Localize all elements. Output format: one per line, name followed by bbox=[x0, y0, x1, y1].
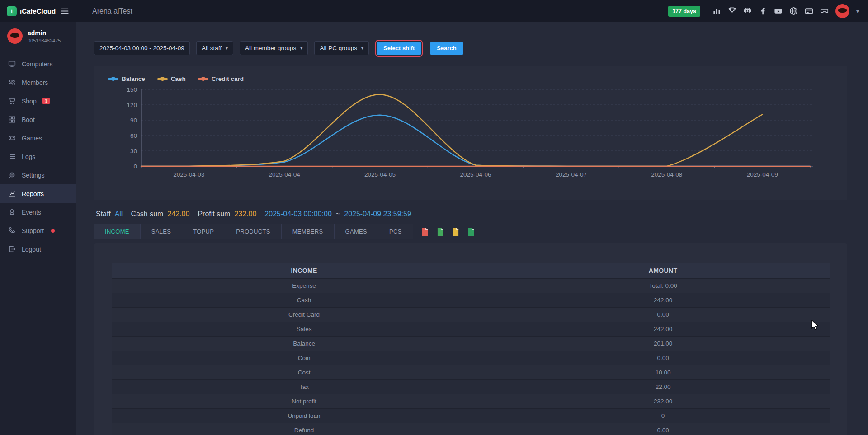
tab-products[interactable]: PRODUCTS bbox=[225, 224, 281, 239]
discord-icon[interactable] bbox=[743, 7, 752, 15]
table-row: Coin0.00 bbox=[112, 351, 830, 365]
tab-income[interactable]: INCOME bbox=[94, 224, 141, 239]
billing-icon[interactable] bbox=[805, 7, 813, 15]
pc-groups-select-value: All PC groups bbox=[320, 45, 357, 51]
sidebar-item-reports[interactable]: Reports bbox=[0, 184, 76, 203]
svg-text:150: 150 bbox=[127, 86, 137, 93]
license-days-badge[interactable]: 177 days bbox=[668, 6, 700, 17]
file-csv-icon[interactable] bbox=[436, 227, 444, 236]
table-row: Refund0.00 bbox=[112, 423, 830, 435]
menu-icon[interactable] bbox=[61, 7, 69, 15]
chevron-down-icon: ▾ bbox=[226, 46, 228, 51]
logout-icon bbox=[8, 245, 16, 253]
summary-date-from: 2025-04-03 00:00:00 bbox=[264, 210, 332, 218]
table-cell: 0.00 bbox=[496, 351, 830, 365]
staff-label: Staff bbox=[96, 210, 111, 218]
table-cell: Cash bbox=[112, 293, 496, 307]
table-cell: 242.00 bbox=[496, 322, 830, 336]
search-button[interactable]: Search bbox=[430, 42, 462, 55]
brand-area: i iCafeCloud bbox=[0, 6, 76, 16]
legend-item[interactable]: Cash bbox=[157, 75, 186, 82]
sidebar-item-label: Members bbox=[22, 79, 48, 86]
staff-select[interactable]: All staff ▾ bbox=[196, 41, 233, 55]
sidebar-item-settings[interactable]: Settings bbox=[0, 166, 76, 184]
sidebar-user[interactable]: admin 005193482475 bbox=[0, 28, 76, 44]
sidebar-item-label: Shop bbox=[22, 98, 37, 105]
table-cell: Sales bbox=[112, 322, 496, 336]
legend-item[interactable]: Balance bbox=[108, 75, 145, 82]
sidebar-item-label: Events bbox=[22, 209, 41, 216]
sidebar: admin 005193482475 ComputersMembersShop1… bbox=[0, 22, 76, 435]
select-shift-button[interactable]: Select shift bbox=[377, 42, 421, 55]
sidebar-item-label: Logs bbox=[22, 153, 35, 160]
vr-icon[interactable] bbox=[820, 7, 829, 15]
legend-item[interactable]: Credit card bbox=[198, 75, 244, 82]
table-row: Tax22.00 bbox=[112, 379, 830, 394]
income-table: INCOMEAMOUNT ExpenseTotal: 0.00Cash242.0… bbox=[112, 263, 830, 435]
avatar[interactable] bbox=[835, 4, 849, 18]
gear-icon bbox=[8, 171, 16, 179]
staff-select-value: All staff bbox=[202, 45, 222, 51]
svg-text:0: 0 bbox=[133, 163, 137, 170]
svg-text:2025-04-07: 2025-04-07 bbox=[556, 171, 587, 178]
table-cell: 22.00 bbox=[496, 379, 830, 394]
sidebar-item-computers[interactable]: Computers bbox=[0, 55, 76, 73]
sidebar-item-boot[interactable]: Boot bbox=[0, 110, 76, 129]
youtube-icon[interactable] bbox=[774, 7, 783, 15]
file-xls-icon[interactable] bbox=[452, 227, 460, 236]
stats-icon[interactable] bbox=[712, 7, 721, 15]
table-cell: Unpaid loan bbox=[112, 408, 496, 423]
table-row: ExpenseTotal: 0.00 bbox=[112, 278, 830, 293]
staff-value[interactable]: All bbox=[115, 210, 123, 218]
table-cell: Expense bbox=[112, 278, 496, 293]
table-row: Sales242.00 bbox=[112, 322, 830, 336]
sidebar-item-logout[interactable]: Logout bbox=[0, 240, 76, 258]
app-logo[interactable]: i iCafeCloud bbox=[7, 6, 56, 16]
sidebar-item-shop[interactable]: Shop1 bbox=[0, 92, 76, 110]
trophy-icon[interactable] bbox=[728, 7, 736, 15]
sidebar-item-games[interactable]: Games bbox=[0, 129, 76, 147]
table-cell: 242.00 bbox=[496, 293, 830, 307]
tab-members[interactable]: MEMBERS bbox=[282, 224, 335, 239]
sidebar-item-label: Boot bbox=[22, 116, 35, 123]
tilde: ~ bbox=[336, 210, 340, 218]
table-header-row: INCOMEAMOUNT bbox=[112, 263, 830, 278]
svg-text:2025-04-05: 2025-04-05 bbox=[364, 171, 396, 178]
medal-icon bbox=[8, 208, 16, 216]
file-pdf-icon[interactable] bbox=[421, 227, 429, 236]
user-id: 005193482475 bbox=[28, 38, 61, 43]
report-tabs-list: INCOMESALESTOPUPPRODUCTSMEMBERSGAMESPCS bbox=[94, 224, 413, 239]
monitor-icon bbox=[8, 60, 16, 68]
chart-card: BalanceCashCredit card 03060901201502025… bbox=[94, 66, 847, 200]
table-cell: 0.00 bbox=[496, 423, 830, 435]
svg-text:120: 120 bbox=[127, 102, 137, 108]
tab-pcs[interactable]: PCS bbox=[378, 224, 413, 239]
sidebar-item-events[interactable]: Events bbox=[0, 203, 76, 221]
tab-topup[interactable]: TOPUP bbox=[182, 224, 225, 239]
sidebar-item-support[interactable]: Support bbox=[0, 221, 76, 240]
globe-icon[interactable] bbox=[789, 7, 798, 15]
chevron-down-icon[interactable]: ▾ bbox=[856, 8, 859, 14]
sidebar-item-members[interactable]: Members bbox=[0, 73, 76, 92]
header-right: 177 days ▾ bbox=[668, 4, 859, 18]
export-icons bbox=[421, 227, 475, 236]
column-header: INCOME bbox=[112, 263, 496, 278]
table-cell: 201.00 bbox=[496, 336, 830, 351]
summary-bar: Staff All Cash sum 242.00 Profit sum 232… bbox=[94, 210, 847, 218]
report-tabs: INCOMESALESTOPUPPRODUCTSMEMBERSGAMESPCS bbox=[94, 224, 847, 239]
tab-games[interactable]: GAMES bbox=[335, 224, 378, 239]
sidebar-item-logs[interactable]: Logs bbox=[0, 147, 76, 166]
sidebar-item-label: Support bbox=[22, 227, 44, 234]
table-cell: 232.00 bbox=[496, 394, 830, 408]
chart-icon bbox=[8, 190, 16, 197]
user-avatar bbox=[7, 28, 23, 44]
file-xlsx-icon[interactable] bbox=[467, 227, 475, 236]
tab-sales[interactable]: SALES bbox=[141, 224, 182, 239]
header-icons bbox=[712, 7, 829, 15]
member-groups-select[interactable]: All member groups ▾ bbox=[240, 41, 308, 55]
date-range-input[interactable] bbox=[94, 41, 190, 55]
pc-groups-select[interactable]: All PC groups ▾ bbox=[314, 41, 369, 55]
legend-label: Credit card bbox=[212, 75, 244, 82]
facebook-icon[interactable] bbox=[759, 7, 767, 15]
svg-text:2025-04-03: 2025-04-03 bbox=[173, 171, 204, 178]
